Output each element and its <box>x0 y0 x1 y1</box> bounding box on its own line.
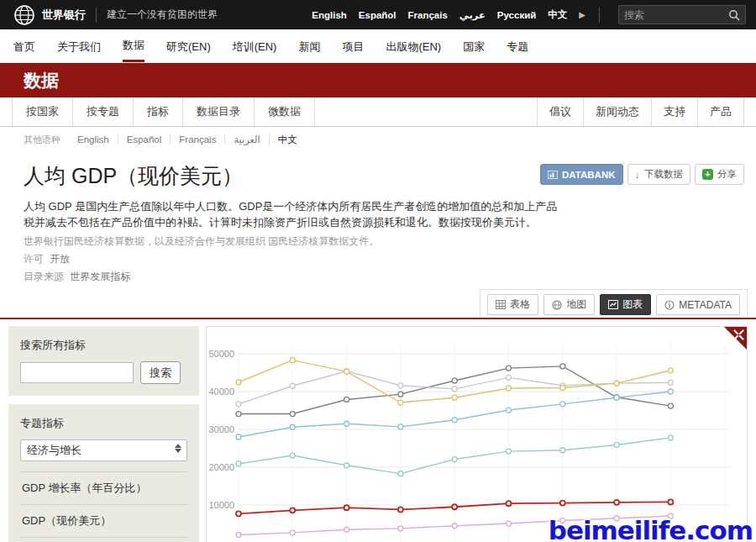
data-point[interactable] <box>668 368 673 373</box>
subnav-right-2[interactable]: 支持 <box>651 97 697 126</box>
data-point[interactable] <box>452 395 457 400</box>
main-nav-item-7[interactable]: 出版物(EN) <box>386 31 441 61</box>
data-point[interactable] <box>507 501 512 506</box>
data-point[interactable] <box>560 386 565 391</box>
subnav-tab-0[interactable]: 按国家 <box>12 97 73 126</box>
data-point[interactable] <box>668 403 673 408</box>
indicator-search-button[interactable]: 搜索 <box>140 361 181 384</box>
subnav-tab-1[interactable]: 按专题 <box>73 97 134 126</box>
subnav-tab-3[interactable]: 数据目录 <box>183 97 255 126</box>
data-point[interactable] <box>614 395 619 400</box>
search-input[interactable] <box>624 9 728 21</box>
data-point[interactable] <box>236 380 241 385</box>
main-nav-item-2[interactable]: 数据 <box>123 29 144 62</box>
data-point[interactable] <box>452 504 457 509</box>
indicator-list-item-0[interactable]: GDP 增长率（年百分比） <box>20 471 187 504</box>
main-nav-item-9[interactable]: 专题 <box>507 31 528 61</box>
view-tab-metadata[interactable]: METADATA <box>656 294 740 315</box>
data-point[interactable] <box>398 400 403 405</box>
indicator-list-item-2[interactable]: 中央政府债务，总额（占 GDP 的百分比） <box>20 537 187 542</box>
other-language-link-1[interactable]: Español <box>118 134 171 145</box>
data-point[interactable] <box>452 378 457 383</box>
topic-select[interactable]: 经济与增长 <box>20 439 187 461</box>
subnav-right-0[interactable]: 倡议 <box>537 97 583 126</box>
other-language-link-2[interactable]: Français <box>171 134 225 145</box>
data-point[interactable] <box>290 530 295 535</box>
data-point[interactable] <box>398 507 403 512</box>
subnav-tab-2[interactable]: 指标 <box>134 97 183 126</box>
brand-name[interactable]: 世界银行 <box>42 8 86 23</box>
data-point[interactable] <box>507 408 512 413</box>
data-point[interactable] <box>668 380 673 385</box>
data-point[interactable] <box>452 524 457 529</box>
subnav-right-1[interactable]: 新闻动态 <box>583 97 651 126</box>
view-tab-表格[interactable]: 表格 <box>487 294 538 315</box>
data-point[interactable] <box>344 527 349 532</box>
data-point[interactable] <box>398 471 403 476</box>
top-language-link-5[interactable]: 中文 <box>548 8 567 21</box>
view-tab-图表[interactable]: 图表 <box>600 294 651 315</box>
databank-button[interactable]: DATABANK <box>540 164 622 185</box>
catalog-source-value[interactable]: 世界发展指标 <box>70 271 130 282</box>
main-nav-item-0[interactable]: 首页 <box>13 31 35 61</box>
gdp-per-capita-line-chart[interactable]: 2006200720082009201020112012201320142015… <box>208 330 743 542</box>
data-point[interactable] <box>236 402 241 407</box>
top-language-link-1[interactable]: Español <box>359 10 396 20</box>
data-point[interactable] <box>344 505 349 510</box>
download-data-button[interactable]: ↓ 下载数据 <box>627 164 691 185</box>
other-language-link-4[interactable]: 中文 <box>270 134 306 146</box>
data-point[interactable] <box>290 424 295 429</box>
data-point[interactable] <box>560 364 565 369</box>
data-point[interactable] <box>614 500 619 505</box>
data-point[interactable] <box>236 511 241 516</box>
data-point[interactable] <box>668 389 673 394</box>
main-nav-item-3[interactable]: 研究(EN) <box>166 31 211 61</box>
data-point[interactable] <box>560 448 565 453</box>
share-button[interactable]: + 分享 <box>695 164 744 185</box>
data-point[interactable] <box>452 387 457 392</box>
top-language-link-4[interactable]: Русский <box>497 10 536 20</box>
top-language-link-3[interactable]: عربي <box>459 9 486 21</box>
data-point[interactable] <box>344 421 349 426</box>
data-point[interactable] <box>290 508 295 513</box>
other-language-link-0[interactable]: English <box>69 134 118 145</box>
data-point[interactable] <box>614 442 619 447</box>
license-value[interactable]: 开放 <box>50 253 70 265</box>
data-point[interactable] <box>507 366 512 371</box>
indicator-list-item-1[interactable]: GDP（现价美元） <box>20 504 187 537</box>
data-point[interactable] <box>290 358 295 363</box>
top-language-link-2[interactable]: Français <box>408 10 448 20</box>
data-point[interactable] <box>398 424 403 429</box>
data-point[interactable] <box>236 412 241 417</box>
data-point[interactable] <box>614 381 619 386</box>
data-point[interactable] <box>507 449 512 454</box>
top-language-link-0[interactable]: English <box>312 10 347 20</box>
data-point[interactable] <box>290 412 295 417</box>
data-point[interactable] <box>398 392 403 397</box>
indicator-search-input[interactable] <box>20 362 134 383</box>
data-point[interactable] <box>236 461 241 466</box>
main-nav-item-4[interactable]: 培训(EN) <box>233 31 277 61</box>
data-point[interactable] <box>344 463 349 468</box>
data-point[interactable] <box>507 375 512 380</box>
data-point[interactable] <box>560 501 565 506</box>
data-point[interactable] <box>452 457 457 462</box>
data-point[interactable] <box>344 397 349 402</box>
data-point[interactable] <box>398 526 403 531</box>
main-nav-item-6[interactable]: 项目 <box>342 31 364 61</box>
data-point[interactable] <box>398 383 403 388</box>
data-point[interactable] <box>560 402 565 407</box>
main-nav-item-5[interactable]: 新闻 <box>298 31 320 61</box>
data-point[interactable] <box>236 533 241 538</box>
main-nav-item-1[interactable]: 关于我们 <box>57 31 101 61</box>
view-tab-地图[interactable]: 地图 <box>543 294 595 315</box>
data-point[interactable] <box>668 435 673 440</box>
subnav-tab-4[interactable]: 微数据 <box>255 97 315 126</box>
data-point[interactable] <box>668 499 673 504</box>
data-point[interactable] <box>290 453 295 458</box>
main-nav-item-8[interactable]: 国家 <box>463 31 485 61</box>
chart-tools-corner[interactable] <box>724 327 747 350</box>
search-icon[interactable] <box>728 9 740 21</box>
data-point[interactable] <box>290 383 295 388</box>
chevron-right-icon[interactable]: ▶ <box>579 10 585 19</box>
